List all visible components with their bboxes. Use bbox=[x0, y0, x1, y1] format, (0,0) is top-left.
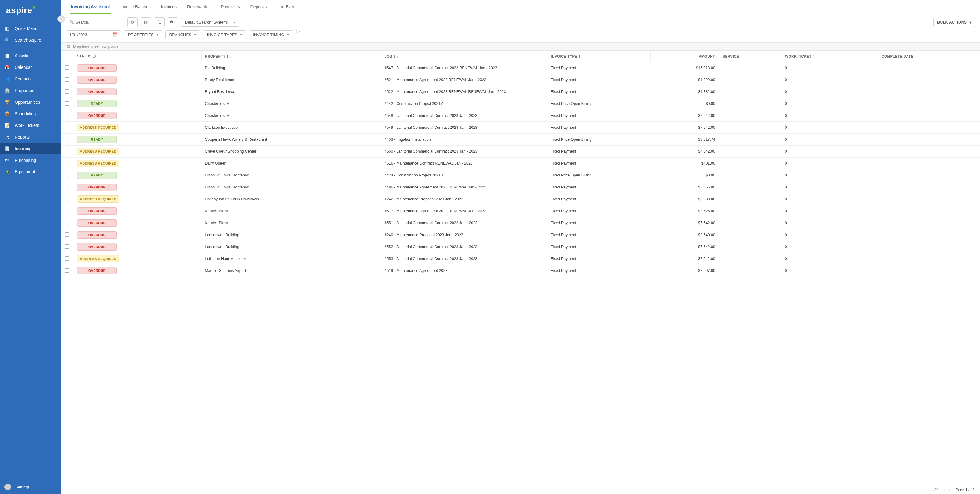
saved-search-dropdown[interactable]: Default Search [System] ▾ bbox=[181, 18, 239, 27]
table-row[interactable]: ADDRESS REQUIRED Clarkson Executive #549… bbox=[61, 122, 980, 134]
table-row[interactable]: OVERDUE Marriott St. Louis Airport #519 … bbox=[61, 265, 980, 277]
table-row[interactable]: ADDRESS REQUIRED Lutheran Hour Ministrie… bbox=[61, 253, 980, 265]
table-row[interactable]: OVERDUE Chesterfield Mall #548 - Janitor… bbox=[61, 110, 980, 122]
info-icon[interactable]: ⓘ bbox=[296, 29, 300, 34]
tab-log-event[interactable]: Log Event bbox=[277, 0, 297, 14]
col-job[interactable]: JOB 2↑ bbox=[381, 51, 547, 62]
col-property[interactable]: PROPERTY 1↑ bbox=[201, 51, 381, 62]
search-aspire-button[interactable]: 🔍 Search Aspire bbox=[0, 34, 61, 46]
row-checkbox[interactable] bbox=[65, 209, 69, 213]
sidebar-item-equipment[interactable]: 🚜Equipment bbox=[0, 166, 61, 177]
filter-sliders-button[interactable]: ⚙ bbox=[127, 18, 138, 27]
search-input[interactable] bbox=[74, 19, 128, 26]
row-checkbox[interactable] bbox=[65, 149, 69, 153]
table-row[interactable]: ADDRESS REQUIRED Holiday Inn St. Louis D… bbox=[61, 193, 980, 205]
row-checkbox-cell[interactable] bbox=[61, 205, 73, 217]
tab-invoices[interactable]: Invoices bbox=[161, 0, 177, 14]
sidebar-footer[interactable]: Settings bbox=[0, 480, 61, 494]
sidebar-item-reports[interactable]: ◔Reports bbox=[0, 131, 61, 143]
row-checkbox-cell[interactable] bbox=[61, 229, 73, 241]
row-checkbox-cell[interactable] bbox=[61, 158, 73, 169]
tab-receivables[interactable]: Receivables bbox=[186, 0, 211, 14]
table-row[interactable]: OVERDUE Lansdowne Building #240 - Mainte… bbox=[61, 229, 980, 241]
col-amount[interactable]: AMOUNT bbox=[651, 51, 719, 62]
col-checkbox[interactable] bbox=[61, 51, 73, 62]
sidebar-item-contacts[interactable]: 👥Contacts bbox=[0, 73, 61, 85]
sidebar-item-activities[interactable]: 📋Activities bbox=[0, 50, 61, 62]
row-checkbox-cell[interactable] bbox=[61, 182, 73, 193]
sidebar-item-scheduling[interactable]: 📦Scheduling bbox=[0, 108, 61, 120]
hierarchy-button[interactable]: �ⵘ bbox=[167, 18, 178, 27]
tab-payments[interactable]: Payments bbox=[220, 0, 240, 14]
row-checkbox-cell[interactable] bbox=[61, 169, 73, 182]
sidebar-item-purchasing[interactable]: 🛍Purchasing bbox=[0, 155, 61, 166]
col-complete-date[interactable]: COMPLETE DATE bbox=[878, 51, 980, 62]
row-checkbox-cell[interactable] bbox=[61, 217, 73, 229]
date-filter[interactable]: 1/31/2023 📅 bbox=[66, 30, 121, 39]
row-checkbox-cell[interactable] bbox=[61, 193, 73, 205]
row-checkbox[interactable] bbox=[65, 197, 69, 201]
table-row[interactable]: OVERDUE Hilton St. Louis Frontenac #486 … bbox=[61, 182, 980, 193]
sort-button[interactable]: ⇅ bbox=[154, 18, 164, 27]
tab-deposits[interactable]: Deposits bbox=[250, 0, 267, 14]
row-checkbox-cell[interactable] bbox=[61, 74, 73, 86]
sidebar-item-calendar[interactable]: 📅Calendar bbox=[0, 62, 61, 73]
row-checkbox[interactable] bbox=[65, 101, 69, 105]
row-checkbox[interactable] bbox=[65, 161, 69, 165]
sidebar-item-invoicing[interactable]: 🧾Invoicing bbox=[0, 143, 61, 155]
row-checkbox-cell[interactable] bbox=[61, 86, 73, 98]
table-row[interactable]: READY Cooper's Hawk Winery & Restaurant … bbox=[61, 134, 980, 146]
branches-filter[interactable]: BRANCHES ▾ bbox=[165, 30, 200, 39]
table-row[interactable]: OVERDUE Lansdowne Building #552 - Janito… bbox=[61, 241, 980, 253]
col-invoice-type[interactable]: INVOICE TYPE 3↑ bbox=[547, 51, 651, 62]
table-row[interactable]: READY Chesterfield Mall #442 - Construct… bbox=[61, 98, 980, 110]
col-status[interactable]: STATUS ⓘ bbox=[73, 51, 201, 62]
columns-button[interactable]: ▥ bbox=[141, 18, 151, 27]
select-all-checkbox[interactable] bbox=[65, 54, 69, 58]
table-row[interactable]: ADDRESS REQUIRED Creve Coeur Shopping Ce… bbox=[61, 146, 980, 158]
invoice-types-filter[interactable]: INVOICE TYPES ▾ bbox=[203, 30, 246, 39]
sidebar-item-properties[interactable]: 🏢Properties bbox=[0, 85, 61, 96]
table-row[interactable]: READY Hilton St. Louis Frontenac #424 - … bbox=[61, 169, 980, 182]
row-checkbox-cell[interactable] bbox=[61, 253, 73, 265]
table-row[interactable]: OVERDUE Brady Residence #521 - Maintenan… bbox=[61, 74, 980, 86]
quick-menu-button[interactable]: ◧ Quick Menu bbox=[0, 22, 61, 34]
sidebar-item-opportunities[interactable]: 🏆Opportunities bbox=[0, 96, 61, 108]
table-row[interactable]: ADDRESS REQUIRED Dairy Queen #516 - Main… bbox=[61, 158, 980, 169]
row-checkbox[interactable] bbox=[65, 220, 69, 225]
col-service[interactable]: SERVICE bbox=[719, 51, 781, 62]
invoice-timing-filter[interactable]: INVOICE TIMING ▾ bbox=[249, 30, 293, 39]
row-checkbox[interactable] bbox=[65, 137, 69, 141]
table-row[interactable]: OVERDUE Bio Building #547 - Janitorial C… bbox=[61, 62, 980, 74]
row-checkbox[interactable] bbox=[65, 185, 69, 189]
row-checkbox-cell[interactable] bbox=[61, 98, 73, 110]
table-scroll[interactable]: STATUS ⓘ PROPERTY 1↑ JOB 2↑ INVOICE TYPE… bbox=[61, 51, 980, 486]
row-group-drop-zone[interactable]: ▤ Drag here to set row groups bbox=[61, 42, 980, 51]
row-checkbox[interactable] bbox=[65, 125, 69, 129]
row-checkbox-cell[interactable] bbox=[61, 122, 73, 134]
row-checkbox-cell[interactable] bbox=[61, 265, 73, 277]
row-checkbox-cell[interactable] bbox=[61, 241, 73, 253]
row-checkbox[interactable] bbox=[65, 233, 69, 237]
row-checkbox[interactable] bbox=[65, 113, 69, 118]
table-row[interactable]: OVERDUE Kenrick Plaza #551 - Janitorial … bbox=[61, 217, 980, 229]
row-checkbox-cell[interactable] bbox=[61, 110, 73, 122]
sidebar-collapse-button[interactable]: ‹ bbox=[57, 15, 65, 22]
row-checkbox-cell[interactable] bbox=[61, 146, 73, 158]
sidebar-item-work-tickets[interactable]: 📝Work Tickets bbox=[0, 120, 61, 131]
row-checkbox[interactable] bbox=[65, 89, 69, 94]
row-checkbox-cell[interactable] bbox=[61, 134, 73, 146]
bulk-actions-button[interactable]: BULK ACTIONS ▾ bbox=[933, 18, 975, 27]
tab-invoicing-assistant[interactable]: Invoicing Assistant bbox=[70, 0, 111, 14]
row-checkbox[interactable] bbox=[65, 173, 69, 177]
row-checkbox[interactable] bbox=[65, 257, 69, 261]
row-checkbox[interactable] bbox=[65, 268, 69, 272]
col-work-ticket[interactable]: WORK TICKET # bbox=[781, 51, 878, 62]
row-checkbox-cell[interactable] bbox=[61, 62, 73, 74]
row-checkbox[interactable] bbox=[65, 65, 69, 70]
table-row[interactable]: OVERDUE Kenrick Plaza #517 - Maintenance… bbox=[61, 205, 980, 217]
search-box[interactable]: 🔍 bbox=[66, 17, 124, 27]
tab-invoice-batches[interactable]: Invoice Batches bbox=[120, 0, 151, 14]
row-checkbox[interactable] bbox=[65, 77, 69, 82]
properties-filter[interactable]: PROPERTIES ▾ bbox=[124, 30, 162, 39]
